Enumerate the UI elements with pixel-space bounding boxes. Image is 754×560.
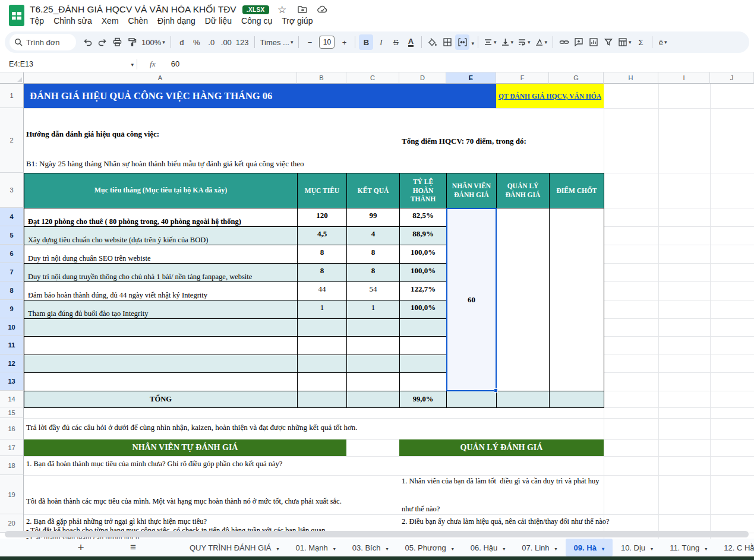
menu-help[interactable]: Trợ giúp — [277, 14, 317, 27]
target-cell[interactable]: 120 — [298, 208, 347, 227]
insert-table-button[interactable] — [616, 34, 633, 50]
total-final-cell[interactable] — [550, 391, 604, 408]
result-cell[interactable]: 8 — [347, 264, 400, 282]
total-label-cell[interactable]: TỔNG — [24, 391, 298, 408]
total-target-cell[interactable] — [298, 391, 347, 408]
text-color-button[interactable]: A — [403, 34, 418, 50]
pct-cell[interactable] — [400, 355, 447, 373]
row-header-11[interactable]: 11 — [0, 336, 24, 355]
sheet-tab[interactable]: 01. Mạnh — [288, 539, 344, 556]
final-score-cell[interactable] — [550, 208, 604, 391]
table-header-final[interactable]: ĐIỂM CHỐT — [550, 173, 604, 208]
redo-button[interactable] — [95, 34, 109, 50]
borders-button[interactable] — [440, 34, 455, 50]
goal-cell[interactable]: Đạt 120 phòng cho thuê ( 80 phòng trong,… — [24, 208, 298, 227]
menu-format[interactable]: Định dạng — [153, 14, 200, 27]
row-header-5[interactable]: 5 — [0, 226, 24, 245]
manager-score-cell[interactable] — [497, 208, 550, 391]
menus-search[interactable] — [10, 34, 76, 50]
column-header-I[interactable]: I — [658, 72, 710, 84]
manager-eval-question-2[interactable]: 2. Điều bạn ấy chưa làm hiệu quả, nên cả… — [402, 517, 610, 527]
result-cell[interactable]: 4 — [347, 227, 400, 245]
add-sheet-button[interactable]: + — [72, 539, 89, 556]
result-cell[interactable] — [347, 373, 400, 391]
sheet-tab[interactable]: 11. Tùng — [661, 539, 715, 556]
pct-cell[interactable] — [400, 319, 447, 337]
total-result-cell[interactable] — [347, 391, 400, 408]
goals-table[interactable]: Mục tiêu tháng (Mục tiêu tại bộ KA đã xâ… — [24, 173, 604, 408]
row-header-17[interactable]: 17 — [0, 439, 24, 456]
column-header-E[interactable]: E — [446, 72, 496, 84]
target-cell[interactable]: 1 — [298, 300, 347, 319]
text-wrap-button[interactable] — [516, 34, 532, 50]
target-cell[interactable]: 4,5 — [298, 227, 347, 245]
goal-cell[interactable]: Đảm bảo hoàn thành đúng, đủ 44 ngày viết… — [24, 282, 298, 300]
name-box[interactable]: E4:E13 — [0, 60, 134, 68]
sheet-tab[interactable]: 05. Phương — [396, 539, 462, 556]
row-header-1[interactable]: 1 — [0, 84, 24, 108]
column-header-A[interactable]: A — [24, 72, 297, 84]
merge-options-caret[interactable] — [470, 37, 474, 48]
font-size-input[interactable]: 10 — [319, 36, 335, 49]
target-cell[interactable]: 8 — [298, 264, 347, 282]
fill-color-button[interactable] — [425, 34, 440, 50]
decrease-decimal-button[interactable]: .0 — [204, 34, 219, 50]
italic-button[interactable]: I — [374, 34, 388, 50]
sheet-title-banner[interactable]: ĐÁNH GIÁ HIỆU QUẢ CÔNG VIỆC HÀNG THÁNG 0… — [24, 84, 496, 108]
pct-cell[interactable]: 100,0% — [400, 264, 447, 282]
more-formats-button[interactable]: 123 — [234, 34, 251, 50]
sheet-tab[interactable]: 03. Bích — [344, 539, 397, 556]
pct-cell[interactable] — [400, 337, 447, 355]
select-all-corner[interactable] — [0, 72, 24, 84]
goal-cell[interactable] — [24, 355, 298, 373]
pct-cell[interactable]: 100,0% — [400, 245, 447, 264]
self-eval-banner[interactable]: NHÂN VIÊN TỰ ĐÁNH GIÁ — [24, 439, 346, 456]
document-title[interactable]: T6.25_ĐÁNH GIÁ HQCV VÀ VĂN HÓA KHỐI TĐV — [30, 4, 236, 15]
self-eval-question-1[interactable]: 1. Bạn đã hoàn thành mục tiêu của mình c… — [26, 460, 282, 469]
paint-format-button[interactable] — [125, 34, 139, 50]
table-header-result[interactable]: KẾT QUẢ — [347, 173, 400, 208]
undo-button[interactable] — [80, 34, 94, 50]
row-header-4[interactable]: 4 — [0, 208, 24, 226]
target-cell[interactable] — [298, 373, 347, 391]
text-rotation-button[interactable] — [533, 34, 550, 50]
pct-cell[interactable] — [400, 373, 447, 391]
horizontal-scrollbar[interactable] — [5, 531, 749, 537]
insert-chart-button[interactable] — [586, 34, 601, 50]
all-sheets-button[interactable]: ≡ — [125, 539, 141, 556]
goal-cell[interactable] — [24, 337, 298, 355]
result-cell[interactable] — [347, 337, 400, 355]
column-header-D[interactable]: D — [399, 72, 446, 84]
format-percent-button[interactable]: % — [190, 34, 204, 50]
row-header-13[interactable]: 13 — [0, 372, 24, 391]
row-header-3[interactable]: 3 — [0, 173, 24, 208]
sheet-tab-active[interactable]: 09. Hà — [566, 539, 613, 556]
row-header-8[interactable]: 8 — [0, 281, 24, 300]
column-header-F[interactable]: F — [496, 72, 549, 84]
sheet-tab[interactable]: 07. Linh — [513, 539, 565, 556]
format-currency-button[interactable]: đ — [175, 34, 189, 50]
decrease-font-size-button[interactable]: − — [302, 34, 317, 50]
pct-cell[interactable]: 88,9% — [400, 227, 447, 245]
manager-eval-banner[interactable]: QUẢN LÝ ĐÁNH GIÁ — [399, 439, 604, 456]
column-header-B[interactable]: B — [297, 72, 346, 84]
row-header-20[interactable]: 20 — [0, 514, 24, 533]
functions-button[interactable]: Σ — [634, 34, 648, 50]
qt-process-link[interactable]: QT ĐÁNH GIÁ HQCV, VĂN HÓA — [499, 93, 601, 100]
column-header-G[interactable]: G — [549, 72, 604, 84]
result-cell[interactable] — [347, 355, 400, 373]
result-cell[interactable] — [347, 319, 400, 337]
result-cell[interactable]: 99 — [347, 208, 400, 227]
strikethrough-button[interactable]: S — [389, 34, 403, 50]
goal-cell[interactable]: Xây dựng tiêu chuẩn cho website (dựa trê… — [24, 227, 298, 245]
zoom-control[interactable]: 100% — [140, 34, 167, 50]
menu-edit[interactable]: Chỉnh sửa — [49, 14, 97, 27]
total-manager-cell[interactable] — [497, 391, 550, 408]
table-header-pct[interactable]: TỶ LỆ HOÀN THÀNH — [400, 173, 447, 208]
total-pct-cell[interactable]: 99,0% — [400, 391, 447, 408]
menu-view[interactable]: Xem — [97, 14, 124, 27]
input-tools-button[interactable]: ê — [656, 34, 670, 50]
print-button[interactable] — [110, 34, 124, 50]
row-header-9[interactable]: 9 — [0, 300, 24, 318]
table-header-employee[interactable]: NHÂN VIÊN ĐÁNH GIÁ — [447, 173, 497, 208]
